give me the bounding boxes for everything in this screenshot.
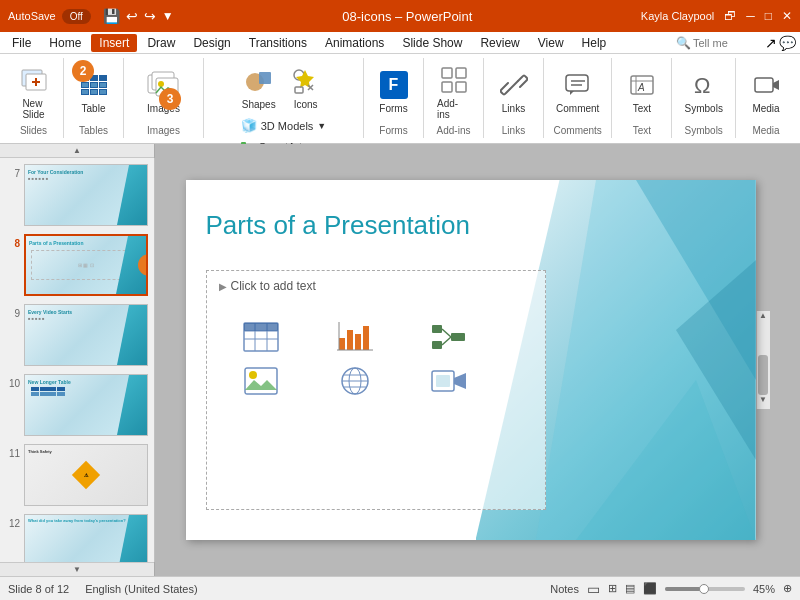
- reading-view-icon[interactable]: ▤: [625, 582, 635, 595]
- media-button[interactable]: Media: [745, 66, 787, 117]
- autosave-toggle[interactable]: Off: [62, 9, 91, 24]
- menu-insert[interactable]: Insert: [91, 34, 137, 52]
- editor-scrollbar[interactable]: ▲ ▼: [756, 311, 770, 409]
- redo-icon[interactable]: ↪: [144, 8, 156, 24]
- insert-online-pic-icon[interactable]: [331, 361, 379, 401]
- minimize-icon[interactable]: ─: [746, 9, 755, 23]
- scrollbar-down-btn[interactable]: ▼: [757, 395, 770, 409]
- menu-help[interactable]: Help: [574, 34, 615, 52]
- insert-table-icon[interactable]: [237, 317, 285, 357]
- insert-smartart-icon[interactable]: [425, 317, 473, 357]
- share-icon[interactable]: ↗: [765, 35, 777, 51]
- restore-icon[interactable]: 🗗: [724, 9, 736, 23]
- slide-thumb-8[interactable]: 8 Parts of a Presentation ⊞ ▦ ⊡ 1: [4, 232, 150, 298]
- scrollbar-track[interactable]: [757, 325, 770, 395]
- menu-animations[interactable]: Animations: [317, 34, 392, 52]
- fit-slide-icon[interactable]: ⊕: [783, 582, 792, 595]
- ribbon-group-addins-items: Add-ins: [432, 60, 475, 123]
- media-icon: [750, 69, 782, 101]
- svg-line-54: [442, 329, 451, 337]
- text-button[interactable]: A Text: [621, 66, 663, 117]
- slide-img-11[interactable]: Think Safety ⚠: [24, 444, 148, 506]
- slide-panel: 7 For Your Consideration ■ ■ ■ ■ ■ ■ 8 P…: [0, 158, 155, 562]
- slide-sorter-icon[interactable]: ⊞: [608, 582, 617, 595]
- ribbon-group-media: Media Media: [736, 58, 796, 138]
- menu-transitions[interactable]: Transitions: [241, 34, 315, 52]
- symbols-label: Symbols: [685, 103, 723, 114]
- forms-button[interactable]: F Forms: [373, 66, 415, 117]
- links-group-label: Links: [502, 125, 525, 136]
- insert-chart-icon[interactable]: [331, 317, 379, 357]
- menu-home[interactable]: Home: [41, 34, 89, 52]
- slide-img-8[interactable]: Parts of a Presentation ⊞ ▦ ⊡ 1: [24, 234, 148, 296]
- menu-design[interactable]: Design: [185, 34, 238, 52]
- slide-img-7[interactable]: For Your Consideration ■ ■ ■ ■ ■ ■: [24, 164, 148, 226]
- menu-view[interactable]: View: [530, 34, 572, 52]
- undo-icon[interactable]: ↩: [126, 8, 138, 24]
- links-button[interactable]: Links: [493, 66, 535, 117]
- comment-label: Comment: [556, 103, 599, 114]
- zoom-slider-fill: [665, 587, 701, 591]
- slide-img-9[interactable]: Every Video Starts ■ ■ ■ ■ ■: [24, 304, 148, 366]
- notes-button[interactable]: Notes: [550, 583, 579, 595]
- ribbon-group-illustrations: Shapes Icons: [204, 58, 364, 138]
- slide-content-area[interactable]: ▶ Click to add text: [206, 270, 546, 510]
- slide-thumb-11[interactable]: 11 Think Safety ⚠: [4, 442, 150, 508]
- 3dmodels-label: 3D Models: [261, 120, 314, 132]
- addins-group-label: Add-ins: [437, 125, 471, 136]
- insert-video-icon[interactable]: [425, 361, 473, 401]
- svg-rect-53: [451, 333, 465, 341]
- customize-icon[interactable]: ▼: [162, 9, 174, 23]
- svg-rect-44: [244, 323, 278, 331]
- new-slide-button[interactable]: NewSlide: [13, 61, 55, 123]
- symbols-button[interactable]: Ω Symbols: [680, 66, 728, 117]
- links-label: Links: [502, 103, 525, 114]
- icons-button[interactable]: Icons: [285, 62, 327, 113]
- maximize-icon[interactable]: □: [765, 9, 772, 23]
- zoom-slider-thumb[interactable]: [699, 584, 709, 594]
- menu-slideshow[interactable]: Slide Show: [394, 34, 470, 52]
- symbols-group-label: Symbols: [685, 125, 723, 136]
- scrollbar-thumb[interactable]: [758, 355, 768, 395]
- search-input[interactable]: [693, 37, 763, 49]
- slide-thumb-10[interactable]: 10 New Longer Table: [4, 372, 150, 438]
- save-icon[interactable]: 💾: [103, 8, 120, 24]
- insert-picture-icon[interactable]: [237, 361, 285, 401]
- forms-icon: F: [378, 69, 410, 101]
- slide-title: Parts of a Presentation: [206, 210, 470, 241]
- shapes-button[interactable]: Shapes: [237, 62, 281, 113]
- comment-icon: [562, 69, 594, 101]
- ribbon-group-forms: F Forms Forms: [364, 58, 424, 138]
- addins-icon: [438, 64, 470, 96]
- slide-thumb-7[interactable]: 7 For Your Consideration ■ ■ ■ ■ ■ ■: [4, 162, 150, 228]
- text-group-label: Text: [633, 125, 651, 136]
- zoom-slider[interactable]: [665, 587, 745, 591]
- content-arrow-icon: ▶: [219, 281, 227, 292]
- close-icon[interactable]: ✕: [782, 9, 792, 23]
- icons-icon: [290, 65, 322, 97]
- 3dmodels-button[interactable]: 🧊 3D Models ▼: [237, 117, 331, 135]
- badge-2: 2: [72, 60, 94, 82]
- menu-review[interactable]: Review: [472, 34, 527, 52]
- slide-img-10[interactable]: New Longer Table: [24, 374, 148, 436]
- slide-img-12[interactable]: What did you take away from today's pres…: [24, 514, 148, 562]
- addins-button[interactable]: Add-ins: [432, 61, 475, 123]
- panel-scroll-down[interactable]: ▼: [0, 562, 154, 576]
- menu-draw[interactable]: Draw: [139, 34, 183, 52]
- 3dmodels-dropdown[interactable]: ▼: [317, 121, 326, 131]
- ribbon-group-comments-items: Comment: [551, 60, 604, 123]
- svg-rect-22: [456, 68, 466, 78]
- comment-button[interactable]: Comment: [551, 66, 604, 117]
- menu-file[interactable]: File: [4, 34, 39, 52]
- scrollbar-up-btn[interactable]: ▲: [757, 311, 770, 325]
- svg-line-55: [442, 337, 451, 345]
- panel-scroll-up[interactable]: ▲: [0, 144, 154, 158]
- text-icon: A: [626, 69, 658, 101]
- slide-thumb-12[interactable]: 12 What did you take away from today's p…: [4, 512, 150, 562]
- slide-thumb-9[interactable]: 9 Every Video Starts ■ ■ ■ ■ ■: [4, 302, 150, 368]
- normal-view-icon[interactable]: ▭: [587, 581, 600, 597]
- symbols-icon: Ω: [688, 69, 720, 101]
- comment-ribbon-icon[interactable]: 💬: [779, 35, 796, 51]
- svg-text:A: A: [637, 82, 645, 93]
- slideshow-view-icon[interactable]: ⬛: [643, 582, 657, 595]
